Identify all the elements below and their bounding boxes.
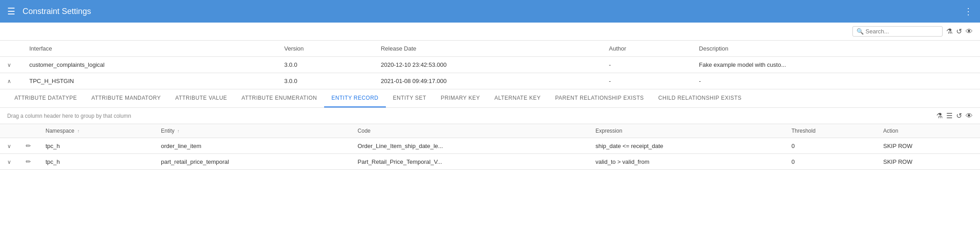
row-author-1: - — [602, 73, 692, 89]
col-entity[interactable]: Entity ↑ — [154, 124, 350, 138]
table-row: ∨ ✏ tpc_h part_retail_price_temporal Par… — [0, 154, 980, 170]
tab-attribute-value[interactable]: ATTRIBUTE VALUE — [168, 89, 234, 107]
table-row: ∨ customer_complaints_logical 3.0.0 2020… — [0, 57, 980, 73]
col-expression: Expression — [588, 124, 784, 138]
row-expand-1[interactable]: ∧ — [0, 73, 22, 89]
header-left: ☰ Constraint Settings — [7, 6, 91, 17]
row-expand-ctrl-0[interactable]: ∨ — [0, 138, 18, 154]
tab-attribute-datatype[interactable]: ATTRIBUTE DATATYPE — [7, 89, 84, 107]
row-author-0: - — [602, 57, 692, 73]
interfaces-table: Interface Version Release Date Author De… — [0, 41, 980, 89]
tab-alternate-key[interactable]: ALTERNATE KEY — [487, 89, 548, 107]
table-row: ∨ ✏ tpc_h order_line_item Order_Line_Ite… — [0, 138, 980, 154]
header-right: ⋮ — [964, 6, 973, 17]
expand-col-header — [0, 41, 22, 57]
search-icon: 🔍 — [856, 28, 864, 35]
tab-entity-record[interactable]: ENTITY RECORD — [324, 89, 385, 107]
history-icon[interactable]: ↺ — [956, 27, 962, 36]
table-row: ∧ TPC_H_HSTGIN 3.0.0 2021-01-08 09:49:17… — [0, 73, 980, 89]
row-edit-1[interactable]: ✏ — [18, 154, 38, 170]
row-entity-1: part_retail_price_temporal — [154, 154, 350, 170]
row-namespace-1: tpc_h — [38, 154, 154, 170]
page-title: Constraint Settings — [23, 7, 91, 16]
constraint-toolbar-icons: ⚗ ☰ ↺ 👁 — [936, 111, 973, 120]
row-expand-ctrl-1[interactable]: ∨ — [0, 154, 18, 170]
row-version-1: 3.0.0 — [277, 73, 373, 89]
col-description: Description — [692, 41, 980, 57]
toolbar: 🔍 ⚗ ↺ 👁 — [0, 23, 980, 41]
row-expand-0[interactable]: ∨ — [0, 57, 22, 73]
col-version: Version — [277, 41, 373, 57]
constraints-table-header: Namespace ↑ Entity ↑ Code Expression Thr… — [0, 124, 980, 138]
row-interface-0: customer_complaints_logical — [22, 57, 277, 73]
row-expression-0: ship_date <= receipt_date — [588, 138, 784, 154]
row-threshold-0: 0 — [784, 138, 876, 154]
col-code: Code — [350, 124, 588, 138]
row-interface-1: TPC_H_HSTGIN — [22, 73, 277, 89]
col-interface: Interface — [22, 41, 277, 57]
row-threshold-1: 0 — [784, 154, 876, 170]
tabs-bar: ATTRIBUTE DATATYPE ATTRIBUTE MANDATORY A… — [0, 89, 980, 108]
search-input[interactable] — [866, 28, 939, 35]
constraint-list-icon[interactable]: ☰ — [946, 111, 953, 120]
constraints-table: Namespace ↑ Entity ↑ Code Expression Thr… — [0, 124, 980, 170]
tab-attribute-mandatory[interactable]: ATTRIBUTE MANDATORY — [84, 89, 168, 107]
drag-hint-text: Drag a column header here to group by th… — [7, 113, 131, 119]
row-action-1: SKIP ROW — [876, 154, 980, 170]
drag-hint-bar: Drag a column header here to group by th… — [0, 108, 980, 124]
tab-parent-relationship[interactable]: PARENT RELATIONSHIP EXISTS — [548, 89, 651, 107]
row-release-date-0: 2020-12-10 23:42:53.000 — [374, 57, 602, 73]
constraint-section: Drag a column header here to group by th… — [0, 108, 980, 170]
ctrl-col — [0, 124, 18, 138]
constraint-eye-off-icon[interactable]: 👁 — [966, 112, 973, 120]
col-threshold: Threshold — [784, 124, 876, 138]
col-namespace[interactable]: Namespace ↑ — [38, 124, 154, 138]
tab-attribute-enumeration[interactable]: ATTRIBUTE ENUMERATION — [234, 89, 324, 107]
filter-icon[interactable]: ⚗ — [946, 27, 953, 36]
app-header: ☰ Constraint Settings ⋮ — [0, 0, 980, 23]
col-author: Author — [602, 41, 692, 57]
tab-entity-set[interactable]: ENTITY SET — [386, 89, 434, 107]
row-description-1: - — [692, 73, 980, 89]
constraint-history-icon[interactable]: ↺ — [956, 111, 962, 120]
entity-sort-icon: ↑ — [177, 129, 179, 134]
row-code-0: Order_Line_Item_ship_date_le... — [350, 138, 588, 154]
row-release-date-1: 2021-01-08 09:49:17.000 — [374, 73, 602, 89]
row-namespace-0: tpc_h — [38, 138, 154, 154]
edit-col — [18, 124, 38, 138]
row-edit-0[interactable]: ✏ — [18, 138, 38, 154]
tab-primary-key[interactable]: PRIMARY KEY — [434, 89, 487, 107]
search-box[interactable]: 🔍 — [852, 26, 943, 37]
col-release-date: Release Date — [374, 41, 602, 57]
row-expression-1: valid_to > valid_from — [588, 154, 784, 170]
row-action-0: SKIP ROW — [876, 138, 980, 154]
hamburger-menu-icon[interactable]: ☰ — [7, 6, 15, 17]
interfaces-table-header: Interface Version Release Date Author De… — [0, 41, 980, 57]
constraint-filter-icon[interactable]: ⚗ — [936, 111, 943, 120]
row-version-0: 3.0.0 — [277, 57, 373, 73]
col-action: Action — [876, 124, 980, 138]
row-entity-0: order_line_item — [154, 138, 350, 154]
row-code-1: Part_Retail_Price_Temporal_V... — [350, 154, 588, 170]
eye-off-icon[interactable]: 👁 — [966, 28, 973, 36]
namespace-sort-icon: ↑ — [77, 129, 79, 134]
row-description-0: Fake example model with custo... — [692, 57, 980, 73]
more-options-icon[interactable]: ⋮ — [964, 6, 973, 17]
tab-child-relationship[interactable]: CHILD RELATIONSHIP EXISTS — [651, 89, 749, 107]
